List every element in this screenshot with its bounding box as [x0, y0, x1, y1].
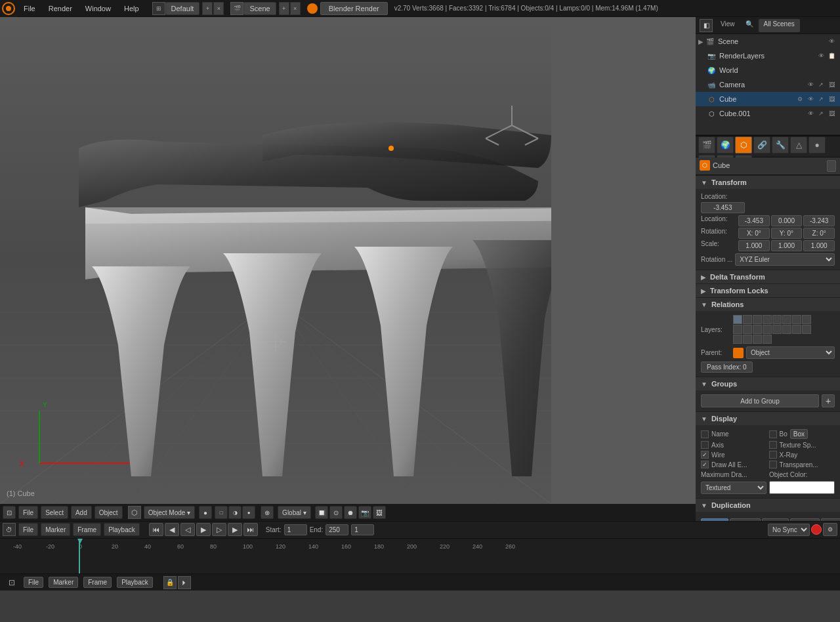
layer-20[interactable] — [763, 335, 772, 344]
max-draw-select[interactable]: Textured — [701, 482, 766, 494]
prop-constraint-icon[interactable]: 🔗 — [753, 136, 770, 154]
pass-index-btn[interactable]: Pass Index: 0 — [701, 362, 753, 373]
dup-group[interactable]: Group — [821, 518, 840, 521]
layer-6[interactable] — [782, 315, 791, 324]
outliner-item-renderlayers[interactable]: 📷 RenderLayers 👁 📋 — [696, 49, 840, 63]
snap-icon[interactable]: 🔲 — [315, 506, 328, 519]
object-mode-selector[interactable]: Object Mode ▾ — [144, 506, 195, 519]
outliner-item-cube001[interactable]: ⬡ Cube.001 👁 ↗ 🖼 — [696, 106, 840, 121]
layer-18[interactable] — [743, 335, 752, 344]
record-icon[interactable]: ⏺ — [344, 506, 357, 519]
display-bo-check[interactable] — [769, 430, 777, 438]
bottom-lock-icon[interactable]: 🔒 — [163, 576, 177, 589]
play-btn[interactable]: ▶ — [196, 523, 211, 536]
viewport-file-menu[interactable]: File — [18, 506, 38, 519]
prop-data-icon[interactable]: △ — [790, 136, 807, 154]
viewport-mode-icon[interactable]: ⊡ — [3, 506, 16, 519]
relations-header[interactable]: ▼ Relations — [696, 297, 840, 311]
dup-faces[interactable]: Faces — [790, 518, 820, 521]
object-name-input[interactable] — [827, 160, 836, 172]
layer-9[interactable] — [733, 325, 742, 334]
current-frame-input[interactable] — [351, 524, 374, 535]
layer-13[interactable] — [772, 325, 782, 334]
cube-render[interactable]: 🖼 — [827, 94, 836, 104]
workspace-icons[interactable]: ⊞ — [152, 2, 165, 15]
viewport-transform[interactable]: Global ▾ — [278, 506, 311, 519]
rl-icon1[interactable]: 👁 — [816, 51, 826, 60]
rot-y[interactable]: Y: 0° — [771, 228, 803, 239]
layer-11[interactable] — [753, 325, 762, 334]
display-xray-check[interactable] — [769, 451, 777, 459]
prop-object-icon[interactable]: ⬡ — [735, 136, 752, 154]
timeline-marker-menu[interactable]: Marker — [41, 523, 70, 536]
layer-19[interactable] — [753, 335, 762, 344]
bottom-mode-icon[interactable]: ⊡ — [5, 576, 18, 589]
viewport-shading-2[interactable]: ◑ — [228, 506, 242, 519]
scene-visibility[interactable]: 👁 — [827, 37, 836, 46]
workspace-add[interactable]: + — [202, 2, 213, 15]
layer-4[interactable] — [763, 315, 772, 324]
cube-vis[interactable]: 👁 — [806, 94, 815, 104]
dup-verts[interactable]: Verts — [762, 518, 789, 521]
menu-render[interactable]: Render — [42, 0, 79, 17]
camera-icon[interactable]: 📷 — [358, 506, 371, 519]
layer-16[interactable] — [802, 325, 811, 334]
timeline-mode-icon[interactable]: ⏱ — [3, 523, 16, 536]
jump-end-btn[interactable]: ⏭ — [243, 523, 258, 536]
bottom-play-icon[interactable]: ⏵ — [178, 576, 191, 589]
viewport-shading-solid[interactable]: ● — [199, 506, 212, 519]
layer-1[interactable] — [733, 315, 742, 324]
outliner-item-scene[interactable]: ▶ 🎬 Scene 👁 — [696, 34, 840, 49]
layer-5[interactable] — [772, 315, 782, 324]
rot-x[interactable]: X: 0° — [738, 228, 770, 239]
outliner-item-camera[interactable]: 📹 Camera 👁 ↗ 🖼 — [696, 77, 840, 92]
timeline-frame-menu[interactable]: Frame — [73, 523, 101, 536]
rl-icon2[interactable]: 📋 — [827, 51, 836, 60]
cam-render[interactable]: 🖼 — [827, 80, 836, 89]
rotation-mode-select[interactable]: XYZ Euler — [735, 253, 835, 266]
display-drawall-check[interactable] — [701, 461, 709, 468]
groups-header[interactable]: ▼ Groups — [696, 377, 840, 390]
end-frame-input[interactable] — [326, 524, 348, 535]
location-x[interactable]: -3.453 — [701, 202, 745, 213]
loc-x[interactable]: -3.453 — [738, 215, 770, 226]
viewport-shading-1[interactable]: □ — [215, 506, 228, 519]
record-btn[interactable] — [811, 524, 822, 535]
cube001-vis[interactable]: 👁 — [806, 109, 815, 118]
scale-y[interactable]: 1.000 — [771, 240, 803, 251]
scale-z[interactable]: 1.000 — [803, 240, 835, 251]
rot-z[interactable]: Z: 0° — [803, 228, 835, 239]
layer-8[interactable] — [802, 315, 811, 324]
viewport-pivot[interactable]: ⊕ — [261, 506, 274, 519]
display-name-check[interactable] — [701, 430, 709, 438]
timeline-ruler[interactable]: -40 -20 0 20 40 60 80 100 120 140 160 18… — [0, 539, 840, 573]
bottom-file[interactable]: File — [24, 577, 43, 588]
viewport-add-menu[interactable]: Add — [71, 506, 92, 519]
cam-sel[interactable]: ↗ — [816, 80, 826, 89]
outliner-item-cube[interactable]: ⬡ Cube ⚙ 👁 ↗ 🖼 — [696, 92, 840, 106]
outliner-item-world[interactable]: 🌍 World — [696, 63, 840, 77]
display-texture-check[interactable] — [769, 441, 777, 449]
viewport-object-menu[interactable]: Object — [94, 506, 123, 519]
prop-modifier-icon[interactable]: 🔧 — [772, 136, 789, 154]
transform-locks-header[interactable]: ▶ Transform Locks — [696, 283, 840, 297]
jump-start-btn[interactable]: ⏮ — [149, 523, 163, 536]
next-frame-btn[interactable]: ▶ — [228, 523, 242, 536]
prev-keyframe-btn[interactable]: ◁ — [180, 523, 195, 536]
menu-file[interactable]: File — [17, 0, 42, 17]
layer-10[interactable] — [743, 325, 752, 334]
bottom-marker[interactable]: Marker — [49, 577, 78, 588]
delta-transform-header[interactable]: ▶ Delta Transform — [696, 270, 840, 283]
cube-sel[interactable]: ↗ — [816, 94, 826, 104]
bottom-playback[interactable]: Playback — [117, 577, 153, 588]
display-box-val[interactable]: Box — [790, 429, 808, 439]
layer-3[interactable] — [753, 315, 762, 324]
cube001-render[interactable]: 🖼 — [827, 109, 836, 118]
layer-12[interactable] — [763, 325, 772, 334]
prop-material-icon[interactable]: ● — [808, 136, 826, 154]
prop-world-icon[interactable]: 🌍 — [717, 136, 734, 154]
dup-frame[interactable]: Frame — [730, 518, 761, 521]
outliner-all-scenes-tab[interactable]: All Scenes — [759, 19, 800, 32]
display-wire-check[interactable] — [701, 451, 709, 459]
layer-17[interactable] — [733, 335, 742, 344]
